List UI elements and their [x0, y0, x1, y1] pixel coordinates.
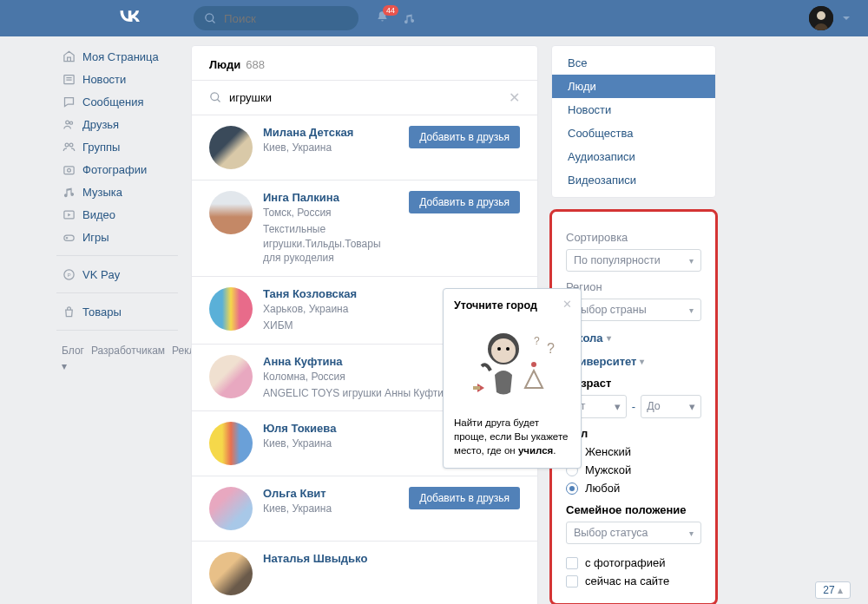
search-icon — [209, 91, 222, 104]
result-row: Ольга КвитКиев, УкраинаДобавить в друзья — [192, 476, 537, 542]
result-row: Инга ПалкинаТомск, РоссияТекстильные игр… — [192, 181, 537, 277]
nav-group-2: PVK Pay — [56, 263, 178, 286]
user-avatar[interactable] — [209, 355, 253, 398]
svg-point-1 — [817, 11, 825, 20]
nav-games[interactable]: Игры — [56, 226, 178, 248]
groups-icon — [62, 140, 76, 154]
svg-rect-22 — [473, 386, 480, 390]
nav-friends[interactable]: Друзья — [56, 113, 178, 135]
top-search[interactable] — [194, 6, 358, 30]
add-friend-button[interactable]: Добавить в друзья — [409, 126, 520, 148]
add-friend-button[interactable]: Добавить в друзья — [409, 487, 520, 509]
tab-0[interactable]: Все — [552, 51, 715, 75]
checkbox-icon — [566, 575, 578, 588]
tab-4[interactable]: Аудиозаписи — [552, 145, 715, 168]
video-icon — [62, 207, 76, 221]
result-location: Киев, Украина — [263, 502, 398, 516]
pay-icon: P — [62, 267, 76, 281]
svg-point-5 — [65, 121, 69, 124]
music-icon[interactable] — [403, 12, 416, 25]
nav-photo[interactable]: Фотографии — [56, 158, 178, 181]
user-avatar[interactable] — [209, 287, 253, 331]
home-icon — [62, 49, 76, 63]
photo-icon — [62, 162, 76, 176]
user-avatar[interactable] — [209, 487, 253, 530]
nav-pay[interactable]: PVK Pay — [56, 263, 178, 286]
svg-text:?: ? — [547, 341, 555, 356]
clear-search-icon[interactable]: ✕ — [509, 89, 520, 106]
result-location: Томск, Россия — [263, 206, 398, 220]
footer-links: БлогРазработчикамРекламаЕщё ▾ — [56, 338, 178, 379]
svg-point-10 — [67, 168, 70, 172]
bottom-counter[interactable]: 27 ▴ — [815, 581, 851, 599]
nav-music[interactable]: Музыка — [56, 181, 178, 203]
chevron-down-icon: ▾ — [689, 256, 694, 266]
top-search-input[interactable] — [224, 12, 328, 25]
city-popup: Уточните город ✕ ? ? Найти друга будет п… — [443, 288, 582, 469]
result-location: Киев, Украина — [263, 141, 398, 155]
chevron-down-icon: ▾ — [689, 305, 694, 315]
university-expand[interactable]: Университет▾ — [566, 355, 701, 368]
footer-link[interactable]: Разработчикам — [91, 345, 165, 357]
marital-select[interactable]: Выбор статуса▾ — [566, 522, 701, 544]
msg-icon — [62, 95, 76, 108]
top-icons: 44 — [376, 10, 416, 26]
tab-5[interactable]: Видеозаписи — [552, 168, 715, 192]
user-avatar[interactable] — [209, 552, 253, 595]
svg-point-19 — [531, 362, 536, 367]
svg-point-8 — [69, 143, 73, 147]
filter-check-1[interactable]: сейчас на сайте — [566, 574, 701, 588]
nav-groups[interactable]: Группы — [56, 135, 178, 158]
nav-shop[interactable]: Товары — [56, 300, 178, 323]
svg-point-6 — [69, 121, 72, 124]
region-select[interactable]: Выбор страны▾ — [566, 299, 701, 321]
result-name[interactable]: Инга Палкина — [263, 191, 398, 204]
tab-3[interactable]: Сообщества — [552, 121, 715, 145]
school-expand[interactable]: Школа▾ — [566, 332, 701, 345]
gender-radio-2[interactable]: Любой — [566, 482, 701, 495]
nav-news[interactable]: Новости — [56, 68, 178, 90]
gender-radio-0[interactable]: Женский — [566, 445, 701, 458]
tab-1[interactable]: Люди — [552, 75, 715, 98]
svg-point-17 — [497, 347, 501, 351]
footer-link[interactable]: Блог — [62, 345, 84, 357]
nav-video[interactable]: Видео — [56, 203, 178, 226]
friends-icon — [62, 117, 76, 131]
age-to-select[interactable]: До▾ — [641, 395, 701, 418]
gender-radio-1[interactable]: Мужской — [566, 463, 701, 476]
top-user[interactable] — [809, 6, 851, 30]
checkbox-icon — [566, 557, 578, 569]
notification-bell[interactable]: 44 — [376, 10, 389, 26]
close-icon[interactable]: ✕ — [562, 298, 572, 311]
svg-rect-12 — [63, 235, 73, 240]
news-icon — [62, 72, 76, 86]
gender-radios: ЖенскийМужскойЛюбой — [566, 445, 701, 495]
nav-home[interactable]: Моя Страница — [56, 45, 178, 68]
vk-logo[interactable] — [117, 3, 141, 33]
main-header: Люди688 — [192, 46, 537, 81]
result-name[interactable]: Наталья Швыдько — [263, 552, 520, 565]
avatar — [809, 6, 833, 30]
people-search-input[interactable] — [229, 91, 502, 104]
svg-text:?: ? — [534, 335, 540, 347]
result-name[interactable]: Ольга Квит — [263, 487, 398, 500]
popup-text: Найти друга будет проще, если Вы укажете… — [454, 416, 570, 457]
user-avatar[interactable] — [209, 422, 253, 465]
user-avatar[interactable] — [209, 191, 253, 234]
svg-point-18 — [506, 347, 510, 351]
chevron-down-icon — [842, 14, 851, 23]
popup-illustration: ? ? — [454, 320, 570, 407]
result-count: 688 — [246, 58, 265, 71]
result-name[interactable]: Милана Детская — [263, 126, 398, 139]
tab-2[interactable]: Новости — [552, 98, 715, 121]
nav-group-1: Моя СтраницаНовостиСообщенияДрузьяГруппы… — [56, 45, 178, 248]
sort-label: Сортировка — [566, 231, 701, 244]
search-tabs: ВсеЛюдиНовостиСообществаАудиозаписиВидео… — [551, 45, 716, 198]
filter-check-0[interactable]: с фотографией — [566, 556, 701, 569]
marital-label: Семейное положение — [566, 503, 701, 516]
shop-icon — [62, 305, 76, 318]
sort-select[interactable]: По популярности▾ — [566, 249, 701, 272]
user-avatar[interactable] — [209, 126, 253, 169]
nav-msg[interactable]: Сообщения — [56, 90, 178, 113]
add-friend-button[interactable]: Добавить в друзья — [409, 191, 520, 213]
